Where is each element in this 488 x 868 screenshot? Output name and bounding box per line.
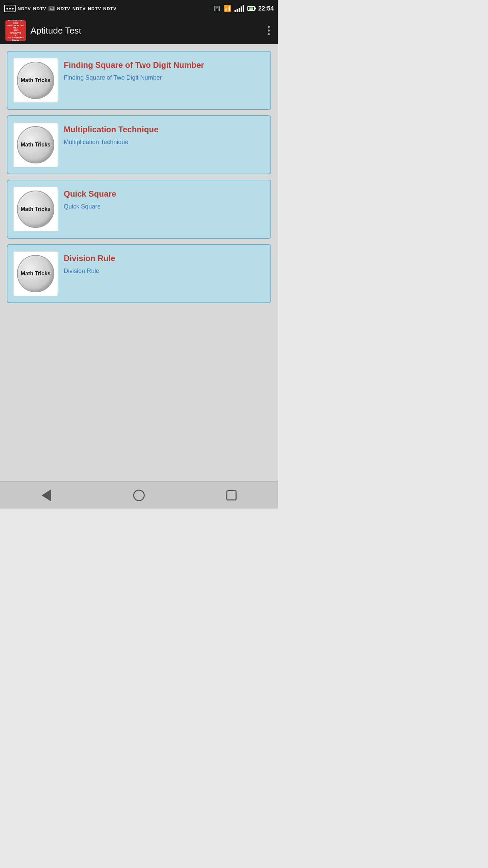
card-2-icon: Math Tricks <box>14 123 58 167</box>
overflow-dot-1 <box>268 26 270 28</box>
app-icon: APTITUDE TEST2015IBPS · BANK · POMBASSCR… <box>5 20 26 41</box>
card-4-text: Division Rule Division Rule <box>64 252 264 275</box>
card-1-icon-text: Math Tricks <box>21 77 50 84</box>
card-1-subtitle: Finding Square of Two Digit Number <box>64 74 264 82</box>
menu-dots-icon <box>4 5 16 12</box>
card-3-title: Quick Square <box>64 189 264 199</box>
main-content: Math Tricks Finding Square of Two Digit … <box>0 44 278 481</box>
card-1-text: Finding Square of Two Digit Number Findi… <box>64 58 264 82</box>
app-bar: APTITUDE TEST2015IBPS · BANK · POMBASSCR… <box>0 17 278 44</box>
home-button[interactable] <box>130 487 147 504</box>
card-1-circle: Math Tricks <box>17 62 54 99</box>
recents-icon <box>226 490 237 500</box>
card-2-subtitle: Multiplication Technique <box>64 138 264 146</box>
home-icon <box>133 490 145 501</box>
card-3-text: Quick Square Quick Square <box>64 187 264 211</box>
card-finding-square[interactable]: Math Tricks Finding Square of Two Digit … <box>7 51 271 110</box>
card-1-icon: Math Tricks <box>14 58 58 102</box>
card-3-icon: Math Tricks <box>14 187 58 231</box>
card-4-circle: Math Tricks <box>17 255 54 292</box>
overflow-menu-button[interactable] <box>265 23 272 38</box>
app-icon-text: APTITUDE TEST2015IBPS · BANK · POMBASSCR… <box>7 20 24 42</box>
ndtv-label-2: NDTV <box>33 6 46 11</box>
app-bar-title: Aptitude Test <box>30 25 81 36</box>
ndtv-label-3: NDTV <box>57 6 70 11</box>
card-3-circle: Math Tricks <box>17 191 54 228</box>
card-4-icon: Math Tricks <box>14 252 58 296</box>
bottom-navigation <box>0 481 278 509</box>
back-button[interactable] <box>38 487 55 504</box>
recents-button[interactable] <box>223 487 240 504</box>
card-4-icon-text: Math Tricks <box>21 270 50 277</box>
card-2-icon-text: Math Tricks <box>21 141 50 149</box>
card-3-icon-text: Math Tricks <box>21 206 50 213</box>
status-bar: NDTV NDTV sd NDTV NDTV NDTV NDTV 📳 📶 22:… <box>0 0 278 17</box>
card-2-circle: Math Tricks <box>17 126 54 163</box>
ndtv-label-4: NDTV <box>73 6 86 11</box>
ndtv-label-5: NDTV <box>88 6 101 11</box>
app-bar-left: APTITUDE TEST2015IBPS · BANK · POMBASSCR… <box>5 20 81 41</box>
card-2-title: Multiplication Technique <box>64 124 264 135</box>
card-4-subtitle: Division Rule <box>64 267 264 275</box>
card-division-rule[interactable]: Math Tricks Division Rule Division Rule <box>7 244 271 303</box>
overflow-dot-3 <box>268 33 270 35</box>
ndtv-label-1: NDTV <box>18 6 31 11</box>
card-4-title: Division Rule <box>64 253 264 263</box>
overflow-dot-2 <box>268 29 270 32</box>
status-left: NDTV NDTV sd NDTV NDTV NDTV NDTV <box>4 5 117 12</box>
card-3-subtitle: Quick Square <box>64 202 264 211</box>
ndtv-label-6: NDTV <box>103 6 117 11</box>
wifi-icon: 📶 <box>224 5 231 12</box>
vibrate-icon: 📳 <box>214 5 220 12</box>
back-icon <box>42 489 51 501</box>
card-multiplication[interactable]: Math Tricks Multiplication Technique Mul… <box>7 115 271 174</box>
card-2-text: Multiplication Technique Multiplication … <box>64 123 264 146</box>
status-right: 📳 📶 22:54 <box>214 5 274 12</box>
card-quick-square[interactable]: Math Tricks Quick Square Quick Square <box>7 180 271 239</box>
battery-icon <box>247 6 255 11</box>
card-1-title: Finding Square of Two Digit Number <box>64 60 264 70</box>
sd-badge: sd <box>48 6 55 11</box>
status-time: 22:54 <box>258 5 274 12</box>
signal-icon <box>235 5 244 12</box>
